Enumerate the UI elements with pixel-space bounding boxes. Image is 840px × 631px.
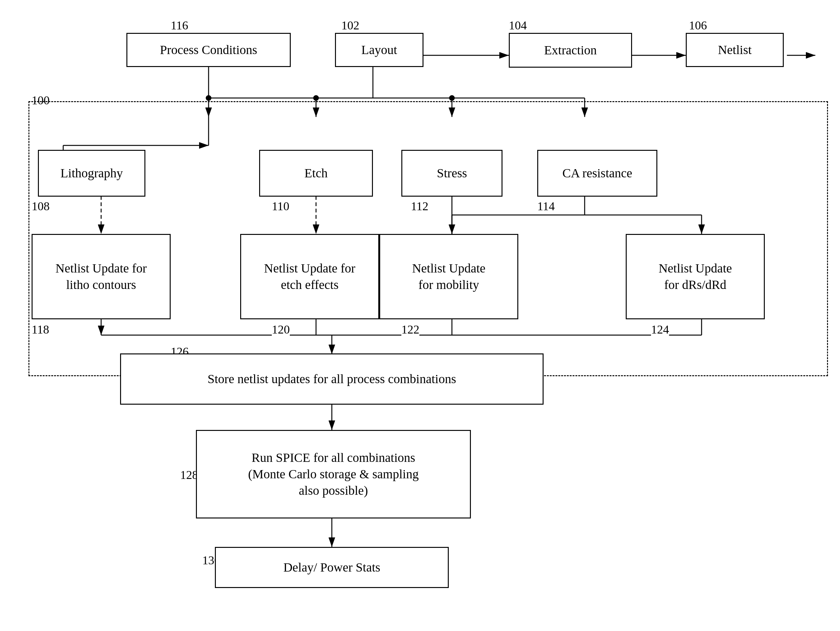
netlist-update-litho-box: Netlist Update for litho contours: [32, 234, 171, 319]
ref-116: 116: [171, 18, 188, 32]
junction-dot-3: [449, 95, 455, 101]
ref-104: 104: [509, 18, 527, 32]
run-spice-box: Run SPICE for all combinations (Monte Ca…: [196, 430, 471, 519]
netlist-box: Netlist: [686, 33, 784, 67]
junction-dot-1: [206, 95, 212, 101]
ref-128: 128: [180, 468, 198, 482]
stress-box: Stress: [401, 150, 502, 197]
diagram: 116 102 104 106 108 110 112 114 118 120 …: [0, 0, 840, 631]
netlist-update-drsdrd-box: Netlist Update for dRs/dRd: [626, 234, 765, 319]
process-conditions-box: Process Conditions: [126, 33, 291, 67]
store-netlist-box: Store netlist updates for all process co…: [120, 353, 543, 405]
ref-106: 106: [689, 18, 707, 32]
etch-box: Etch: [259, 150, 373, 197]
netlist-update-mobility-box: Netlist Update for mobility: [379, 234, 518, 319]
layout-box: Layout: [335, 33, 423, 67]
lithography-box: Lithography: [38, 150, 145, 197]
netlist-update-etch-box: Netlist Update for etch effects: [240, 234, 379, 319]
delay-power-box: Delay/ Power Stats: [215, 547, 449, 588]
extraction-box: Extraction: [509, 33, 632, 68]
ca-resistance-box: CA resistance: [537, 150, 657, 197]
ref-102: 102: [341, 18, 359, 32]
junction-dot-2: [313, 95, 319, 101]
